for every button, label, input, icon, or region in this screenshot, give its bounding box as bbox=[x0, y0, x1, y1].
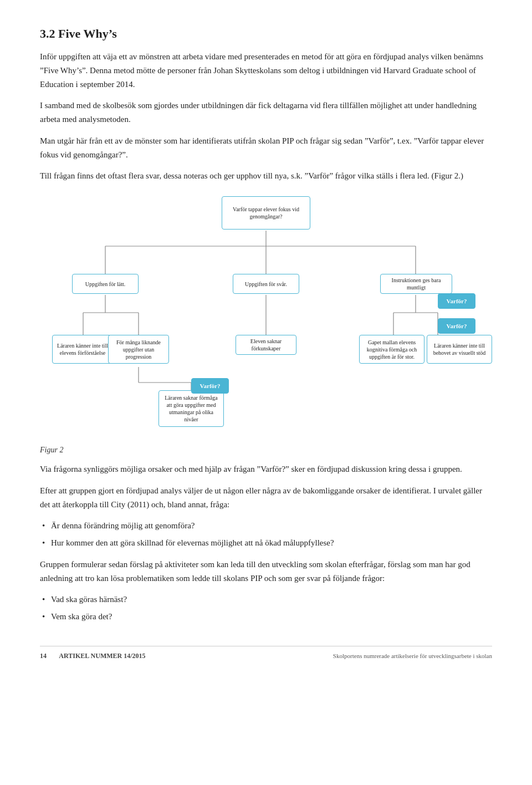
varfor-bubble-1: Varför? bbox=[438, 293, 475, 309]
bullet-item: Vem ska göra det? bbox=[40, 610, 492, 624]
footer-page-number-and-label: 14 ARTIKEL NUMMER 14/2015 bbox=[40, 652, 146, 660]
bullet-item: Är denna förändring möjlig att genomföra… bbox=[40, 519, 492, 533]
l2-left-1: För många liknande uppgifter utan progre… bbox=[108, 335, 169, 364]
bullet-item: Vad ska göras härnäst? bbox=[40, 593, 492, 606]
page-footer: 14 ARTIKEL NUMMER 14/2015 Skolportens nu… bbox=[40, 646, 492, 666]
footer-left-label: ARTIKEL NUMMER 14/2015 bbox=[59, 652, 145, 660]
l2-right-1: Läraren känner inte till behovet av visu… bbox=[427, 335, 492, 364]
paragraph-6: Efter att gruppen gjort en fördjupad ana… bbox=[40, 484, 492, 512]
figure-2: Varför tappar elever fokus vid genomgång… bbox=[40, 196, 492, 440]
bullet-item: Hur kommer den att göra skillnad för ele… bbox=[40, 536, 492, 550]
varfor-bubble-2: Varför? bbox=[438, 318, 475, 334]
l2-left-0: Läraren känner inte till elevens förförs… bbox=[52, 335, 113, 364]
paragraph-1: Inför uppgiften att väja ett av mönstren… bbox=[40, 50, 492, 91]
footer-right-label: Skolportens numrerade artikelserie för u… bbox=[333, 653, 492, 659]
varfor-bubble-3: Varför? bbox=[191, 378, 229, 394]
diagram-lines bbox=[50, 196, 482, 440]
section-heading: 3.2 Five Why’s bbox=[40, 27, 492, 41]
page: 3.2 Five Why’s Inför uppgiften att väja … bbox=[0, 0, 532, 666]
paragraph-7: Gruppen formulerar sedan förslag på akti… bbox=[40, 558, 492, 585]
bullet-list-1: Är denna förändring möjlig att genomföra… bbox=[40, 519, 492, 550]
l3-node-0: Läraren saknar förmåga att göra uppgifte… bbox=[158, 390, 224, 427]
bullet-list-2: Vad ska göras härnäst? Vem ska göra det? bbox=[40, 593, 492, 624]
paragraph-3: Man utgår här från ett av de mönster som… bbox=[40, 134, 492, 162]
paragraph-2: I samband med de skolbesök som gjordes u… bbox=[40, 99, 492, 126]
l2-mid-0: Eleven saknar förkunskaper bbox=[236, 335, 296, 355]
l1-node-1: Uppgiften för svår. bbox=[233, 274, 299, 294]
l2-right-0: Gapet mallan elevens kognitiva förmåga o… bbox=[359, 335, 424, 364]
five-why-diagram: Varför tappar elever fokus vid genomgång… bbox=[50, 196, 482, 440]
figure-caption: Figur 2 bbox=[40, 446, 492, 455]
paragraph-5: Via frågorna synliggörs möjliga orsaker … bbox=[40, 462, 492, 476]
root-node: Varför tappar elever fokus vid genomgång… bbox=[222, 196, 310, 230]
l1-node-0: Uppgiften för lätt. bbox=[72, 274, 139, 294]
page-number: 14 bbox=[40, 652, 47, 660]
paragraph-4: Till frågan finns det oftast flera svar,… bbox=[40, 169, 492, 183]
l1-node-2: Instruktionen ges bara muntligt bbox=[380, 274, 452, 294]
